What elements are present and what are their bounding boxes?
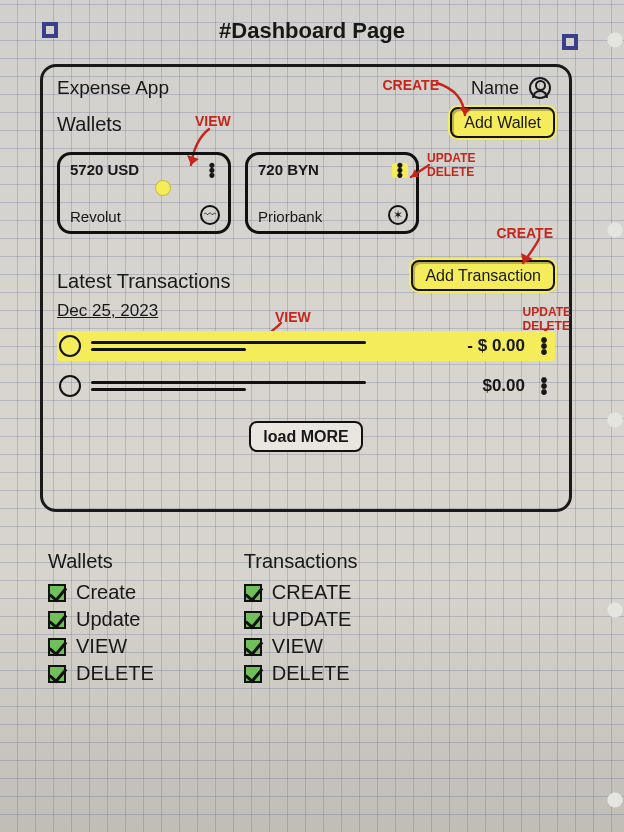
wallet-card[interactable]: 720 BYN ••• Priorbank ✶ [245,152,419,234]
add-wallet-button[interactable]: Add Wallet [450,107,555,138]
crud-item: CREATE [244,581,358,604]
checkbox-icon [244,584,262,602]
user-name-label: Name [471,78,519,99]
page-title: #Dashboard Page [0,18,624,44]
annotation-view: VIEW [195,113,231,129]
add-transaction-button[interactable]: Add Transaction [411,260,555,291]
checkbox-icon [244,638,262,656]
crud-item: Update [48,608,154,631]
transaction-row[interactable]: - $ 0.00 ••• [57,331,555,361]
checkbox-icon [48,665,66,683]
crud-item: VIEW [244,635,358,658]
checkbox-icon [48,638,66,656]
app-name-label: Expense App [57,77,169,99]
transaction-menu-button[interactable]: ••• [535,377,553,395]
transaction-amount: $0.00 [445,376,525,396]
wallet-card[interactable]: 5720 USD ••• Revolut 〰 [57,152,231,234]
annotation-create: CREATE [496,225,553,241]
crud-checklist: Wallets Create Update VIEW DELETE Transa… [48,550,568,689]
dashboard-frame: Expense App Name CREATE Wallets Add Wall… [40,64,572,512]
checkbox-icon [244,611,262,629]
checkbox-icon [244,665,262,683]
crud-wallets-heading: Wallets [48,550,154,573]
transactions-heading: Latest Transactions [57,270,230,293]
transaction-amount: - $ 0.00 [445,336,525,356]
wallet-balance: 5720 USD [70,161,218,178]
transaction-text-placeholder [91,377,435,395]
wallet-menu-button[interactable]: ••• [204,163,220,178]
wallets-heading: Wallets [57,113,122,136]
wallet-brand-icon: ✶ [388,205,408,225]
crud-item: Create [48,581,154,604]
wallet-bank: Revolut [70,208,121,225]
annotation-create: CREATE [382,77,439,93]
crud-transactions-heading: Transactions [244,550,358,573]
notebook-holes [606,0,624,832]
user-menu[interactable]: Name [471,77,551,99]
checkbox-icon [48,584,66,602]
crud-item: UPDATE [244,608,358,631]
transaction-text-placeholder [91,337,435,355]
wallet-balance: 720 BYN [258,161,406,178]
transaction-category-icon [59,375,81,397]
annotation-view: VIEW [275,309,311,325]
wallet-bank: Priorbank [258,208,322,225]
crud-item: VIEW [48,635,154,658]
view-highlight-icon [156,181,170,195]
checkbox-icon [48,611,66,629]
crud-item: DELETE [244,662,358,685]
wallet-brand-icon: 〰 [200,205,220,225]
load-more-button[interactable]: load MORE [249,421,362,452]
transaction-menu-button[interactable]: ••• [535,337,553,355]
crud-item: DELETE [48,662,154,685]
transaction-category-icon [59,335,81,357]
annotation-update-delete: UPDATE DELETE [427,151,475,179]
avatar-icon [529,77,551,99]
wallet-menu-button[interactable]: ••• [392,163,408,178]
transaction-row[interactable]: $0.00 ••• [57,371,555,401]
